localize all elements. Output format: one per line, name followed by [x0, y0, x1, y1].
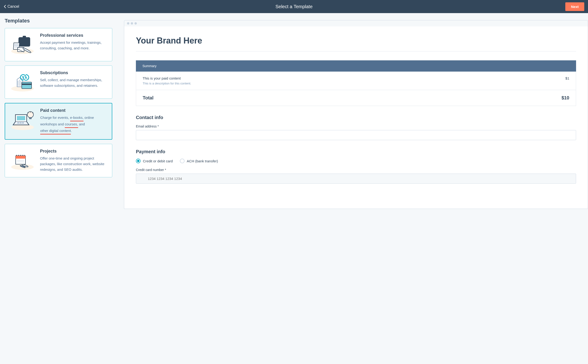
svg-rect-2 — [23, 36, 26, 38]
summary-item-desc: This is a description for this content. — [143, 82, 191, 85]
template-desc: Sell, collect, and manage memberships, s… — [40, 77, 107, 88]
summary-item: This is your paid content This is a desc… — [136, 72, 576, 90]
svg-rect-12 — [22, 123, 24, 123]
cc-label: Credit card number * — [136, 168, 576, 172]
sidebar-title: Templates — [5, 18, 112, 24]
browser-dot — [131, 22, 133, 25]
svg-rect-6 — [22, 82, 32, 89]
email-field[interactable] — [136, 130, 576, 140]
projects-icon — [10, 149, 35, 172]
template-desc: Accept payment for meetings, trainings, … — [40, 40, 107, 51]
template-desc: Offer one-time and ongoing project packa… — [40, 156, 107, 172]
laptop-idea-icon — [10, 108, 36, 131]
credit-card-field[interactable] — [136, 174, 576, 184]
chevron-left-icon — [4, 5, 6, 8]
template-title: Paid content — [40, 108, 107, 113]
template-card-projects[interactable]: Projects Offer one-time and ongoing proj… — [5, 144, 112, 177]
template-title: Professional services — [40, 33, 107, 38]
subscriptions-icon — [10, 70, 35, 94]
svg-point-19 — [20, 155, 21, 156]
summary-header: Summary — [136, 60, 576, 72]
annotation-underline: courses, — [65, 121, 78, 128]
templates-sidebar: Templates Professional services Accept p… — [0, 13, 117, 209]
preview-content: Your Brand Here Summary This is your pai… — [124, 26, 588, 209]
cancel-button[interactable]: Cancel — [4, 4, 19, 9]
radio-label: Credit or debit card — [143, 159, 173, 163]
summary-body: This is your paid content This is a desc… — [136, 72, 576, 106]
svg-rect-14 — [29, 117, 31, 119]
svg-rect-9 — [17, 116, 25, 120]
template-content: Projects Offer one-time and ongoing proj… — [40, 149, 107, 172]
desc-text: and — [78, 122, 85, 126]
brand-title: Your Brand Here — [136, 36, 576, 52]
browser-dot — [127, 22, 129, 25]
radio-credit-card[interactable]: Credit or debit card — [136, 159, 173, 163]
page-title: Select a Template — [276, 4, 313, 9]
header-bar: Cancel Select a Template Next — [0, 0, 588, 13]
svg-rect-16 — [16, 156, 26, 159]
total-label: Total — [143, 95, 153, 101]
annotation-underline: other digital content — [40, 128, 71, 135]
template-title: Subscriptions — [40, 70, 107, 75]
svg-point-21 — [24, 155, 25, 156]
template-card-subscriptions[interactable]: Subscriptions Sell, collect, and manage … — [5, 65, 112, 99]
template-card-professional-services[interactable]: Professional services Accept payment for… — [5, 28, 112, 61]
annotation-underline: e-books, — [70, 115, 84, 121]
svg-rect-10 — [17, 123, 19, 123]
summary-item-price: $1 — [565, 76, 569, 80]
briefcase-icon — [10, 33, 35, 56]
summary-item-title: This is your paid content — [143, 76, 191, 80]
template-title: Projects — [40, 149, 107, 154]
svg-point-20 — [22, 155, 23, 156]
svg-point-18 — [18, 155, 19, 156]
radio-ach[interactable]: ACH (bank transfer) — [180, 159, 218, 163]
template-content: Paid content Charge for events, e-books,… — [40, 108, 107, 135]
payment-info-title: Payment info — [136, 149, 576, 154]
next-button[interactable]: Next — [565, 2, 584, 11]
template-content: Subscriptions Sell, collect, and manage … — [40, 70, 107, 94]
main-content: Templates Professional services Accept p… — [0, 13, 588, 209]
summary-item-text: This is your paid content This is a desc… — [143, 76, 191, 85]
svg-point-17 — [16, 155, 17, 156]
browser-dot — [135, 22, 137, 25]
template-card-paid-content[interactable]: Paid content Charge for events, e-books,… — [5, 103, 112, 140]
desc-text: Charge for events, — [40, 116, 70, 120]
radio-label: ACH (bank transfer) — [187, 159, 218, 163]
svg-rect-7 — [22, 84, 32, 85]
browser-chrome — [124, 20, 588, 26]
cancel-label: Cancel — [7, 4, 19, 9]
payment-method-radios: Credit or debit card ACH (bank transfer) — [136, 159, 576, 163]
template-desc: Charge for events, e-books, online works… — [40, 115, 107, 135]
cc-input-wrap — [136, 174, 576, 184]
template-content: Professional services Accept payment for… — [40, 33, 107, 56]
desc-text: . — [71, 129, 72, 133]
radio-circle-icon — [180, 159, 185, 163]
total-value: $10 — [562, 95, 569, 101]
radio-circle-icon — [136, 159, 141, 163]
svg-rect-1 — [19, 37, 30, 46]
preview-panel: Your Brand Here Summary This is your pai… — [117, 13, 588, 209]
svg-point-8 — [12, 124, 34, 130]
summary-total: Total $10 — [136, 90, 576, 106]
email-label: Email address * — [136, 124, 576, 128]
contact-info-title: Contact info — [136, 115, 576, 120]
svg-rect-11 — [20, 123, 21, 123]
